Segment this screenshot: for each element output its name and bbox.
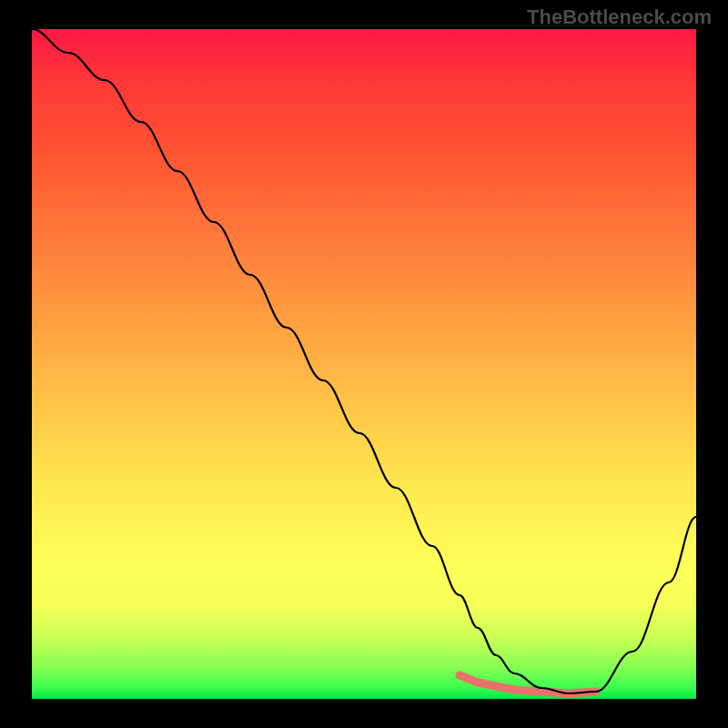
watermark-text: TheBottleneck.com xyxy=(527,5,712,29)
bottleneck-curve xyxy=(32,29,696,693)
optimal-range-marker xyxy=(460,675,596,693)
chart-svg xyxy=(32,29,696,699)
chart-plot-area xyxy=(32,29,696,699)
